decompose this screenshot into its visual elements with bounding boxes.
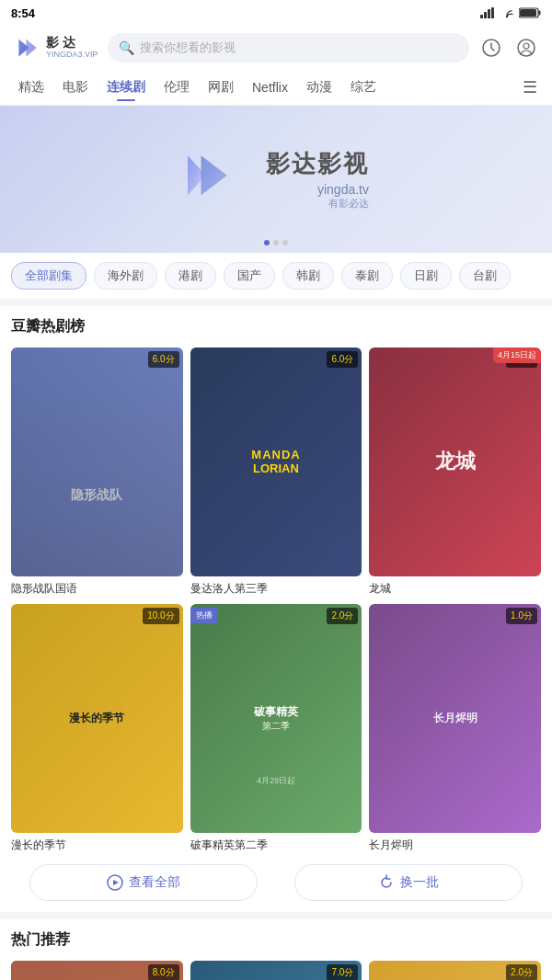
banner-subtitle: 有影必达 bbox=[266, 197, 369, 211]
banner-text-area: 影达影视 yingda.tv 有影必达 bbox=[266, 148, 369, 211]
hot-section: 热门推荐 只是结婚的关系 8.0分 只是结婚的关系 爱上 特种兵 7.0分 爱 bbox=[0, 919, 552, 980]
movie-title-5: 破事精英第二季 bbox=[190, 838, 362, 853]
movie-thumb-3: 龙城 8.0分 4月15日起 bbox=[369, 348, 541, 576]
chip-japanese[interactable]: 日剧 bbox=[400, 262, 452, 290]
tab-zongyi[interactable]: 综艺 bbox=[341, 75, 385, 99]
wifi-icon bbox=[500, 7, 514, 18]
movie-thumb-2: MANDA LORIAN 6.0分 bbox=[190, 348, 362, 576]
header: 影 达 YINGDA3.VIP 🔍 搜索你想看的影视 bbox=[0, 26, 552, 70]
logo-main-text: 影 达 bbox=[46, 36, 98, 50]
tab-netflix[interactable]: Netflix bbox=[243, 76, 297, 98]
status-icons bbox=[480, 7, 541, 18]
movie-thumb-6: 长月烬明 1.0分 bbox=[369, 604, 541, 833]
nav-more-button[interactable]: ☰ bbox=[517, 77, 543, 97]
tab-lianxuju[interactable]: 连续剧 bbox=[98, 75, 155, 99]
banner-dots bbox=[264, 240, 288, 245]
filter-chips: 全部剧集 海外剧 港剧 国产 韩剧 泰剧 日剧 台剧 bbox=[0, 253, 552, 299]
movie-title-3: 龙城 bbox=[369, 581, 541, 597]
banner-logo-icon bbox=[183, 152, 247, 207]
movie-score-5: 2.0分 bbox=[327, 608, 358, 624]
tab-dianying[interactable]: 电影 bbox=[53, 75, 98, 99]
movie-title-2: 曼达洛人第三季 bbox=[190, 581, 362, 597]
refresh-button[interactable]: 换一批 bbox=[294, 864, 523, 901]
banner-dot-1 bbox=[273, 240, 279, 245]
logo-text: 影 达 YINGDA3.VIP bbox=[46, 36, 98, 59]
history-icon bbox=[481, 38, 501, 58]
movie-score-4: 10.0分 bbox=[143, 608, 178, 624]
history-button[interactable] bbox=[478, 35, 504, 61]
banner-dot-active bbox=[264, 240, 270, 245]
movie-card-3[interactable]: 龙城 8.0分 4月15日起 龙城 bbox=[369, 348, 541, 597]
chip-domestic[interactable]: 国产 bbox=[224, 262, 275, 290]
header-actions bbox=[478, 35, 539, 61]
movie-card-6[interactable]: 长月烬明 1.0分 长月烬明 bbox=[369, 604, 541, 853]
svg-point-4 bbox=[506, 16, 508, 17]
movie-tag-3: 4月15日起 bbox=[493, 348, 541, 363]
svg-marker-16 bbox=[113, 880, 119, 885]
svg-marker-14 bbox=[201, 155, 227, 195]
svg-rect-1 bbox=[484, 12, 487, 18]
chip-thai[interactable]: 泰剧 bbox=[341, 262, 393, 290]
search-bar[interactable]: 🔍 搜索你想看的影视 bbox=[108, 33, 469, 63]
chip-overseas[interactable]: 海外剧 bbox=[94, 262, 157, 290]
app-logo-icon bbox=[13, 33, 42, 63]
movie-tag-5: 热播 bbox=[190, 608, 218, 623]
movie-card-2[interactable]: MANDA LORIAN 6.0分 曼达洛人第三季 bbox=[190, 348, 362, 597]
view-all-button[interactable]: 查看全部 bbox=[29, 864, 258, 901]
menu-button[interactable] bbox=[513, 35, 539, 61]
hot-movie-score-1: 8.0分 bbox=[148, 964, 179, 980]
tab-lunli[interactable]: 伦理 bbox=[155, 75, 199, 99]
movie-thumb-5: 破事精英 第二季 2.0分 热播 4月29日起 bbox=[190, 604, 362, 833]
chip-hk[interactable]: 港剧 bbox=[165, 262, 216, 290]
banner: 影达影视 yingda.tv 有影必达 bbox=[0, 106, 552, 253]
chip-korean[interactable]: 韩剧 bbox=[282, 262, 334, 290]
svg-point-11 bbox=[518, 40, 535, 56]
svg-rect-6 bbox=[539, 11, 541, 16]
movie-score-6: 1.0分 bbox=[506, 608, 537, 624]
hot-movie-grid: 只是结婚的关系 8.0分 只是结婚的关系 爱上 特种兵 7.0分 爱上特种兵 bbox=[11, 961, 541, 980]
tab-dongman[interactable]: 动漫 bbox=[297, 75, 341, 99]
movie-title-1: 隐形战队国语 bbox=[11, 581, 183, 597]
banner-content: 影达影视 yingda.tv 有影必达 bbox=[183, 148, 369, 211]
refresh-icon bbox=[378, 874, 395, 891]
search-placeholder-text: 搜索你想看的影视 bbox=[140, 40, 236, 56]
battery-icon bbox=[519, 7, 541, 18]
movie-score-2: 6.0分 bbox=[327, 351, 358, 368]
douban-section-title: 豆瓣热剧榜 bbox=[11, 317, 541, 336]
action-row: 查看全部 换一批 bbox=[11, 864, 541, 901]
svg-rect-7 bbox=[520, 9, 536, 17]
view-all-label: 查看全部 bbox=[129, 874, 180, 891]
movie-card-5[interactable]: 破事精英 第二季 2.0分 热播 4月29日起 破事精英第二季 bbox=[190, 604, 362, 853]
hot-movie-card-3[interactable]: 半是蜜糖半是伤 2.0分 半是蜜糖半是伤 bbox=[369, 961, 541, 980]
search-icon: 🔍 bbox=[119, 40, 134, 55]
movie-card-1[interactable]: 隐形战队 6.0分 隐形战队国语 bbox=[11, 348, 183, 597]
movie-title-4: 漫长的季节 bbox=[11, 838, 183, 853]
hot-movie-thumb-2: 爱上 特种兵 7.0分 bbox=[190, 961, 362, 980]
hot-movie-score-2: 7.0分 bbox=[327, 964, 358, 980]
profile-icon bbox=[516, 38, 536, 58]
chip-all[interactable]: 全部剧集 bbox=[11, 262, 86, 290]
banner-title-cn: 影达影视 bbox=[266, 148, 369, 180]
movie-thumb-4: 漫长的季节 10.0分 bbox=[11, 604, 183, 833]
tab-jingxuan[interactable]: 精选 bbox=[9, 75, 53, 99]
chip-taiwan[interactable]: 台剧 bbox=[459, 262, 511, 290]
hot-movie-card-2[interactable]: 爱上 特种兵 7.0分 爱上特种兵 bbox=[190, 961, 362, 980]
svg-point-12 bbox=[523, 43, 529, 49]
movie-card-4[interactable]: 漫长的季节 10.0分 漫长的季节 bbox=[11, 604, 183, 853]
movie-score-1: 6.0分 bbox=[148, 351, 179, 368]
logo-sub-text: YINGDA3.VIP bbox=[46, 51, 98, 60]
logo-area: 影 达 YINGDA3.VIP bbox=[13, 33, 98, 63]
nav-tabs: 精选 电影 连续剧 伦理 网剧 Netflix 动漫 综艺 ☰ bbox=[0, 70, 552, 106]
svg-rect-3 bbox=[491, 7, 494, 18]
movie-title-6: 长月烬明 bbox=[369, 838, 541, 853]
hot-movie-thumb-1: 只是结婚的关系 8.0分 bbox=[11, 961, 183, 980]
tab-wangju[interactable]: 网剧 bbox=[199, 75, 243, 99]
status-bar: 8:54 bbox=[0, 0, 552, 26]
play-circle-icon bbox=[107, 874, 123, 891]
svg-marker-9 bbox=[26, 39, 36, 56]
signal-icon bbox=[480, 7, 495, 18]
refresh-label: 换一批 bbox=[400, 874, 439, 891]
hot-movie-card-1[interactable]: 只是结婚的关系 8.0分 只是结婚的关系 bbox=[11, 961, 183, 980]
svg-rect-2 bbox=[488, 9, 490, 18]
hot-movie-score-3: 2.0分 bbox=[506, 964, 537, 980]
